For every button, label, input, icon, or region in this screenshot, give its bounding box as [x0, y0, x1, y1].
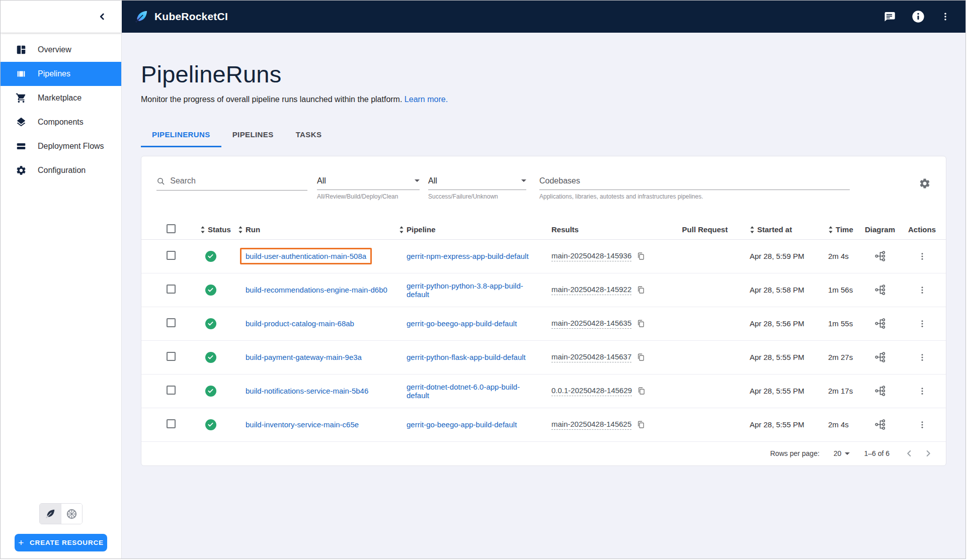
- pipeline-link[interactable]: gerrit-go-beego-app-build-default: [407, 319, 517, 328]
- row-checkbox[interactable]: [167, 386, 176, 395]
- sidebar-item-label: Configuration: [38, 166, 86, 175]
- tab-tasks[interactable]: TASKS: [285, 123, 333, 147]
- row-actions-button[interactable]: [918, 420, 927, 430]
- select-all-checkbox[interactable]: [167, 224, 176, 233]
- copy-button[interactable]: [636, 353, 646, 362]
- overflow-menu-button[interactable]: [940, 11, 950, 22]
- view-toggle-group: [39, 503, 83, 524]
- status-filter-select[interactable]: All Success/Failure/Unknown: [428, 176, 526, 200]
- run-link[interactable]: build-payment-gateway-main-9e3a: [246, 353, 362, 361]
- top-bar: KubeRocketCI: [1, 1, 965, 33]
- column-header-started-at[interactable]: Started at: [743, 225, 826, 234]
- copy-button[interactable]: [636, 319, 646, 328]
- next-page-button[interactable]: [923, 448, 934, 459]
- diagram-button[interactable]: [874, 351, 886, 363]
- copy-icon: [636, 420, 646, 429]
- kuberocketci-view-toggle[interactable]: [40, 504, 61, 524]
- kubernetes-view-toggle[interactable]: [61, 504, 82, 524]
- started-at-value: Apr 28, 5:55 PM: [743, 420, 826, 429]
- diagram-button[interactable]: [874, 419, 886, 430]
- column-header-status[interactable]: Status: [189, 225, 232, 234]
- copy-button[interactable]: [637, 387, 646, 396]
- sidebar-item-marketplace[interactable]: Marketplace: [1, 86, 121, 110]
- row-actions-button[interactable]: [918, 285, 927, 295]
- create-resource-button[interactable]: + CREATE RESOURCE: [15, 534, 107, 551]
- diagram-button[interactable]: [874, 318, 886, 329]
- pipeline-type-select[interactable]: All All/Review/Build/Deploy/Clean: [317, 176, 420, 200]
- kebab-menu-icon: [918, 285, 927, 295]
- diagram-button[interactable]: [874, 385, 886, 397]
- row-checkbox[interactable]: [167, 419, 176, 428]
- rows-per-page-label: Rows per page:: [770, 449, 820, 457]
- search-input[interactable]: [170, 176, 307, 185]
- sidebar-item-overview[interactable]: Overview: [1, 38, 121, 62]
- column-header-diagram: Diagram: [862, 225, 898, 234]
- create-resource-label: CREATE RESOURCE: [30, 539, 104, 546]
- run-link[interactable]: build-inventory-service-main-c65e: [246, 420, 359, 429]
- sidebar-item-configuration[interactable]: Configuration: [1, 158, 121, 182]
- time-value: 2m 17s: [826, 387, 862, 395]
- feedback-chat-button[interactable]: [882, 10, 896, 24]
- started-at-value: Apr 28, 5:56 PM: [743, 319, 826, 328]
- sort-icon: [828, 226, 833, 234]
- row-actions-button[interactable]: [918, 319, 927, 329]
- table-row: build-product-catalog-main-68ab gerrit-g…: [141, 307, 946, 341]
- tab-pipelines[interactable]: PIPELINES: [221, 123, 285, 147]
- rows-per-page-select[interactable]: 20: [834, 449, 850, 457]
- column-header-run[interactable]: Run: [232, 225, 393, 234]
- kubernetes-icon: [66, 508, 77, 520]
- pipeline-link[interactable]: gerrit-python-python-3.8-app-build-defau…: [407, 282, 523, 299]
- sidebar-header: [1, 1, 122, 33]
- status-filter-value: All: [428, 176, 437, 185]
- pipeline-link[interactable]: gerrit-npm-express-app-build-default: [407, 252, 529, 260]
- column-header-results: Results: [541, 225, 667, 234]
- quill-icon: [45, 508, 56, 519]
- previous-page-button[interactable]: [904, 448, 915, 459]
- sidebar-collapse-button[interactable]: [97, 11, 108, 22]
- sort-icon: [200, 226, 205, 234]
- kebab-menu-icon: [940, 11, 950, 22]
- sidebar-item-components[interactable]: Components: [1, 110, 121, 134]
- diagram-button[interactable]: [874, 284, 886, 296]
- column-header-time[interactable]: Time: [826, 225, 862, 234]
- table-settings-button[interactable]: [919, 177, 931, 190]
- copy-icon: [636, 353, 646, 362]
- pipeline-link[interactable]: gerrit-dotnet-dotnet-6.0-app-build-defau…: [407, 383, 520, 400]
- row-actions-button[interactable]: [918, 352, 927, 362]
- copy-button[interactable]: [636, 252, 646, 261]
- row-checkbox[interactable]: [167, 285, 176, 294]
- run-link[interactable]: build-product-catalog-main-68ab: [246, 319, 354, 328]
- tab-pipelineruns[interactable]: PIPELINERUNS: [141, 123, 221, 147]
- pagination-nav: [904, 448, 934, 459]
- kebab-menu-icon: [918, 319, 927, 329]
- run-link[interactable]: build-recommendations-engine-main-d6b0: [246, 286, 387, 294]
- sidebar-footer: + CREATE RESOURCE: [1, 503, 121, 558]
- kebab-menu-icon: [918, 251, 927, 261]
- row-checkbox[interactable]: [167, 352, 176, 361]
- sidebar-item-pipelines[interactable]: Pipelines: [1, 62, 121, 86]
- diagram-button[interactable]: [874, 250, 886, 262]
- column-label: Run: [246, 225, 260, 234]
- row-checkbox[interactable]: [167, 251, 176, 260]
- copy-button[interactable]: [636, 420, 646, 429]
- pipeline-link[interactable]: gerrit-python-flask-app-build-default: [407, 353, 526, 361]
- run-link[interactable]: build-user-authentication-main-508a: [246, 252, 366, 260]
- diagram-tree-icon: [874, 284, 886, 296]
- info-icon: [911, 10, 925, 24]
- info-button[interactable]: [911, 10, 925, 24]
- row-actions-button[interactable]: [918, 251, 927, 261]
- learn-more-link[interactable]: Learn more.: [405, 95, 448, 104]
- row-checkbox[interactable]: [167, 318, 176, 327]
- copy-button[interactable]: [636, 286, 646, 295]
- sidebar-item-deployment-flows[interactable]: Deployment Flows: [1, 134, 121, 158]
- codebases-field[interactable]: Codebases Applications, libraries, autot…: [539, 176, 850, 200]
- run-link[interactable]: build-notifications-service-main-5b46: [246, 387, 368, 395]
- status-success-icon: [205, 318, 216, 329]
- sidebar-item-label: Components: [38, 118, 84, 127]
- row-actions-button[interactable]: [918, 386, 927, 396]
- chevron-down-icon: [845, 452, 850, 455]
- column-header-pipeline[interactable]: Pipeline: [393, 225, 541, 234]
- pipeline-link[interactable]: gerrit-go-beego-app-build-default: [407, 420, 517, 429]
- pipelineruns-card: All All/Review/Build/Deploy/Clean All Su…: [141, 156, 946, 466]
- tab-bar: PIPELINERUNS PIPELINES TASKS: [141, 123, 946, 147]
